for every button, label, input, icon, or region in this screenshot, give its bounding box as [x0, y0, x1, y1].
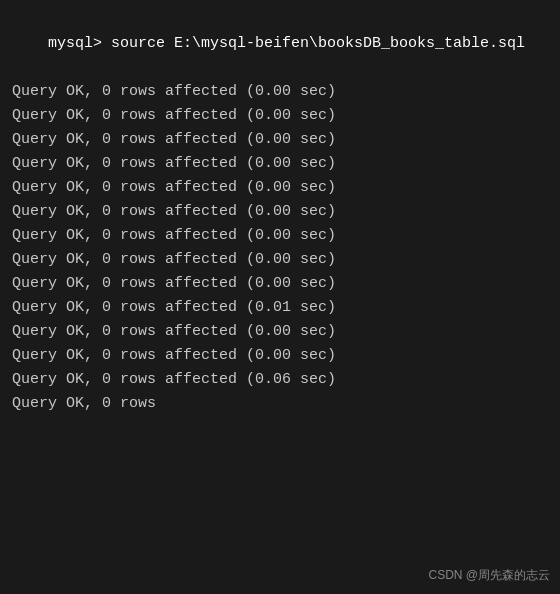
query-lines-container: Query OK, 0 rows affected (0.00 sec)Quer… — [12, 80, 548, 416]
query-line: Query OK, 0 rows affected (0.00 sec) — [12, 248, 548, 272]
query-line: Query OK, 0 rows affected (0.01 sec) — [12, 296, 548, 320]
query-line: Query OK, 0 rows affected (0.00 sec) — [12, 128, 548, 152]
query-line: Query OK, 0 rows affected (0.00 sec) — [12, 152, 548, 176]
prompt-text: mysql> source E:\mysql-beifen\booksDB_bo… — [48, 35, 525, 52]
watermark: CSDN @周先森的志云 — [428, 567, 550, 584]
query-line: Query OK, 0 rows affected (0.00 sec) — [12, 80, 548, 104]
query-line: Query OK, 0 rows affected (0.00 sec) — [12, 104, 548, 128]
query-line: Query OK, 0 rows affected (0.06 sec) — [12, 368, 548, 392]
query-line: Query OK, 0 rows affected (0.00 sec) — [12, 200, 548, 224]
query-line: Query OK, 0 rows affected (0.00 sec) — [12, 344, 548, 368]
query-line: Query OK, 0 rows affected (0.00 sec) — [12, 176, 548, 200]
query-line: Query OK, 0 rows affected (0.00 sec) — [12, 224, 548, 248]
terminal-window: mysql> source E:\mysql-beifen\booksDB_bo… — [0, 0, 560, 594]
prompt-line: mysql> source E:\mysql-beifen\booksDB_bo… — [12, 8, 548, 80]
query-line: Query OK, 0 rows affected (0.00 sec) — [12, 320, 548, 344]
query-line: Query OK, 0 rows — [12, 392, 548, 416]
query-line: Query OK, 0 rows affected (0.00 sec) — [12, 272, 548, 296]
